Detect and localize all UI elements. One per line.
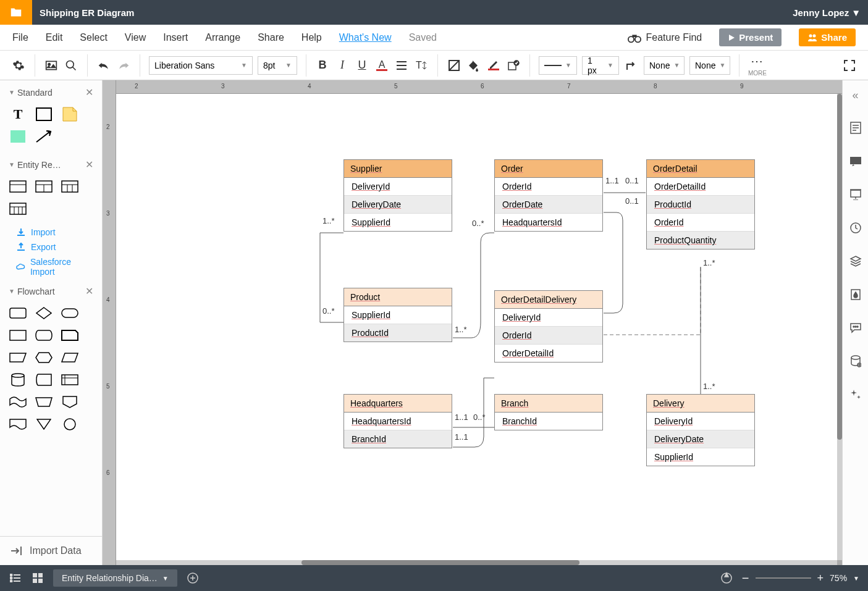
panel-standard[interactable]: ▼ Standard ✕ <box>0 80 102 103</box>
entity-field[interactable]: ProductQuantity <box>647 232 754 249</box>
menu-edit[interactable]: Edit <box>46 32 63 43</box>
fc-cylinder[interactable] <box>9 372 27 387</box>
entity-field[interactable]: SupplierId <box>344 214 452 231</box>
fc-parallelogram[interactable] <box>61 350 79 365</box>
entity-field[interactable]: SupplierId <box>344 306 452 324</box>
fullscreen-icon[interactable] <box>842 58 857 73</box>
close-icon[interactable]: ✕ <box>85 285 93 297</box>
import-data-button[interactable]: Import Data <box>0 536 102 565</box>
arrow-end-select[interactable]: None▼ <box>689 56 730 75</box>
droplet-icon[interactable] <box>848 287 863 302</box>
entity-header[interactable]: OrderDetail <box>647 160 754 178</box>
entity-header[interactable]: Supplier <box>344 160 452 178</box>
entity-field[interactable]: DeliveryId <box>495 309 602 327</box>
fc-process[interactable] <box>9 328 27 343</box>
target-icon[interactable] <box>720 571 733 585</box>
add-page-icon[interactable] <box>186 571 200 585</box>
entity-product[interactable]: ProductSupplierIdProductId <box>343 288 452 342</box>
gear-icon[interactable] <box>11 58 26 73</box>
entity-orderdetail[interactable]: OrderDetailOrderDetailIdProductIdOrderId… <box>646 159 755 249</box>
entity-field[interactable]: OrderId <box>495 327 602 345</box>
zoom-slider[interactable] <box>756 577 811 579</box>
list-icon[interactable] <box>9 571 22 585</box>
share-button[interactable]: Share <box>799 28 856 46</box>
redo-icon[interactable] <box>116 58 131 73</box>
entity-orderdetaildelivery[interactable]: OrderDetailDeliveryDeliveryIdOrderIdOrde… <box>494 290 603 363</box>
search-icon[interactable] <box>64 58 78 73</box>
entity-field[interactable]: DeliveryId <box>344 178 452 196</box>
zoom-out-icon[interactable]: − <box>742 571 749 585</box>
shape-style-icon[interactable] <box>447 58 461 73</box>
fc-hex[interactable] <box>35 350 53 365</box>
text-options-icon[interactable]: T <box>414 58 429 73</box>
entity-shape-2[interactable] <box>35 179 53 194</box>
fc-manual[interactable] <box>35 395 53 409</box>
entity-field[interactable]: HeadquartersId <box>344 413 452 430</box>
menu-file[interactable]: File <box>12 32 28 43</box>
undo-icon[interactable] <box>96 58 111 73</box>
canvas[interactable]: SupplierDeliveryIdDeliveryDateSupplierId… <box>116 94 837 560</box>
entity-shape-4[interactable] <box>9 201 27 216</box>
fc-merge[interactable] <box>35 417 53 432</box>
chat-icon[interactable] <box>848 321 863 335</box>
import-link[interactable]: Import <box>0 225 102 240</box>
app-logo[interactable] <box>0 0 32 25</box>
font-size-select[interactable]: 8pt▼ <box>258 56 297 75</box>
arrow-shape[interactable] <box>35 129 53 144</box>
entity-delivery[interactable]: DeliveryDeliveryIdDeliveryDateSupplierId <box>646 394 755 466</box>
entity-shape-3[interactable] <box>61 179 79 194</box>
entity-header[interactable]: Delivery <box>647 395 754 413</box>
fc-rect[interactable] <box>9 306 27 321</box>
panel-entity[interactable]: ▼ Entity Re… ✕ <box>0 153 102 175</box>
menu-share[interactable]: Share <box>258 32 284 43</box>
entity-field[interactable]: OrderDetailId <box>647 178 754 196</box>
horizontal-scrollbar[interactable] <box>116 560 837 565</box>
present-button[interactable]: Present <box>719 28 782 46</box>
clock-icon[interactable] <box>848 220 863 235</box>
layers-icon[interactable] <box>848 254 863 269</box>
fc-storage[interactable] <box>35 372 53 387</box>
fc-tape[interactable] <box>9 395 27 409</box>
panel-flowchart[interactable]: ▼ Flowchart ✕ <box>0 279 102 302</box>
line-width-select[interactable]: 1 px▼ <box>582 56 619 75</box>
fc-display[interactable] <box>35 328 53 343</box>
note-shape[interactable] <box>61 107 79 122</box>
entity-header[interactable]: Order <box>495 160 602 178</box>
text-shape[interactable]: T <box>9 107 27 122</box>
entity-header[interactable]: Branch <box>495 395 602 413</box>
entity-field[interactable]: BranchId <box>344 430 452 448</box>
zoom-in-icon[interactable]: + <box>817 572 824 585</box>
entity-field[interactable]: DeliveryId <box>647 413 754 430</box>
entity-field[interactable]: DeliveryDate <box>647 430 754 448</box>
user-menu[interactable]: Jenny Lopez ▼ <box>793 7 868 18</box>
entity-field[interactable]: ProductId <box>647 196 754 214</box>
fc-doc[interactable] <box>9 417 27 432</box>
line-arrow-icon[interactable] <box>624 58 639 73</box>
highlight-icon[interactable] <box>486 58 501 73</box>
entity-branch[interactable]: BranchBranchId <box>494 394 603 430</box>
entity-field[interactable]: OrderId <box>495 178 602 196</box>
line-style-select[interactable]: ▼ <box>539 56 577 75</box>
page-tab[interactable]: Entity Relationship Dia… ▼ <box>53 569 177 587</box>
flag-icon[interactable] <box>848 154 863 169</box>
database-icon[interactable] <box>848 354 863 369</box>
entity-field[interactable]: SupplierId <box>647 448 754 466</box>
entity-header[interactable]: OrderDetailDelivery <box>495 291 602 309</box>
close-icon[interactable]: ✕ <box>85 159 93 170</box>
entity-headquarters[interactable]: HeadquartersHeadquartersIdBranchId <box>343 394 452 448</box>
entity-field[interactable]: HeadquartersId <box>495 214 602 231</box>
menu-view[interactable]: View <box>125 32 146 43</box>
fc-card[interactable] <box>61 328 79 343</box>
fc-diamond[interactable] <box>35 306 53 321</box>
scrollbar-thumb[interactable] <box>837 94 842 440</box>
entity-field[interactable]: DeliveryDate <box>344 196 452 214</box>
align-icon[interactable] <box>394 58 409 73</box>
entity-field[interactable]: OrderDate <box>495 196 602 214</box>
text-color-icon[interactable]: A <box>374 58 389 73</box>
entity-header[interactable]: Product <box>344 288 452 306</box>
entity-shape-1[interactable] <box>9 179 27 194</box>
menu-insert[interactable]: Insert <box>163 32 188 43</box>
comments-icon[interactable] <box>848 120 863 135</box>
bold-icon[interactable]: B <box>315 58 330 73</box>
font-select[interactable]: Liberation Sans▼ <box>149 56 253 75</box>
